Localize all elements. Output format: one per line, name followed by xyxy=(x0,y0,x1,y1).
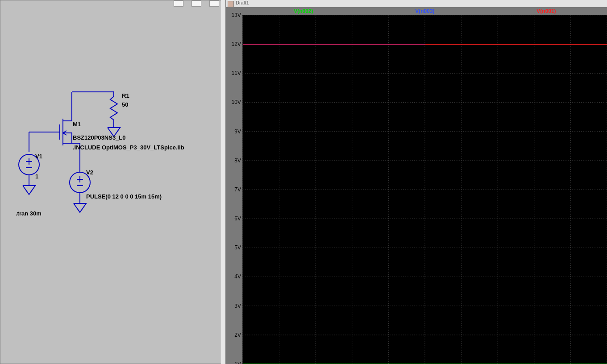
plot-tab-title[interactable]: Draft1 xyxy=(226,0,607,7)
plot-area[interactable]: 13V12V11V10V9V8V7V6V5V4V3V2V1VV(n002)V(n… xyxy=(226,7,607,364)
svg-text:7V: 7V xyxy=(234,186,241,193)
svg-rect-25 xyxy=(226,7,243,364)
svg-text:11V: 11V xyxy=(232,70,241,76)
schematic-pane[interactable]: R1 50 M1 BSZ120P03NS3_L0 .INCLUDE OptiMO… xyxy=(0,0,221,364)
plot-tab-label: Draft1 xyxy=(236,0,249,5)
svg-text:10V: 10V xyxy=(232,99,241,105)
trace-label[interactable]: V(n003) xyxy=(415,8,434,14)
r1-ref[interactable]: R1 xyxy=(122,92,129,99)
svg-text:13V: 13V xyxy=(232,12,241,18)
svg-text:3V: 3V xyxy=(234,303,241,309)
m1-ref[interactable]: M1 xyxy=(73,121,81,128)
svg-text:9V: 9V xyxy=(234,128,241,135)
pane-divider[interactable] xyxy=(221,0,226,364)
v2-ref[interactable]: V2 xyxy=(86,169,93,176)
svg-text:4V: 4V xyxy=(234,273,241,280)
svg-text:2V: 2V xyxy=(234,332,241,338)
m1-model[interactable]: BSZ120P03NS3_L0 xyxy=(73,134,126,141)
v2-value[interactable]: PULSE(0 12 0 0 0 15m 15m) xyxy=(86,193,162,200)
tran-directive[interactable]: .tran 30m xyxy=(16,210,42,217)
svg-text:12V: 12V xyxy=(232,41,241,47)
v1-value[interactable]: 1 xyxy=(35,173,38,180)
schematic-canvas[interactable] xyxy=(0,0,222,364)
plot-pane[interactable]: Draft1 13V12V11V10V9V8V7V6V5V4V3V2V1VV(n… xyxy=(226,0,607,364)
trace-label[interactable]: V(n002) xyxy=(294,8,313,14)
svg-text:8V: 8V xyxy=(234,157,241,164)
trace-label[interactable]: V(n001) xyxy=(536,8,556,14)
svg-text:1V: 1V xyxy=(234,361,241,364)
include-directive[interactable]: .INCLUDE OptiMOS_P3_30V_LTSpice.lib xyxy=(73,144,184,151)
svg-text:6V: 6V xyxy=(234,215,241,222)
svg-text:5V: 5V xyxy=(234,244,241,251)
v1-ref[interactable]: V1 xyxy=(35,153,42,160)
r1-value[interactable]: 50 xyxy=(122,101,128,108)
